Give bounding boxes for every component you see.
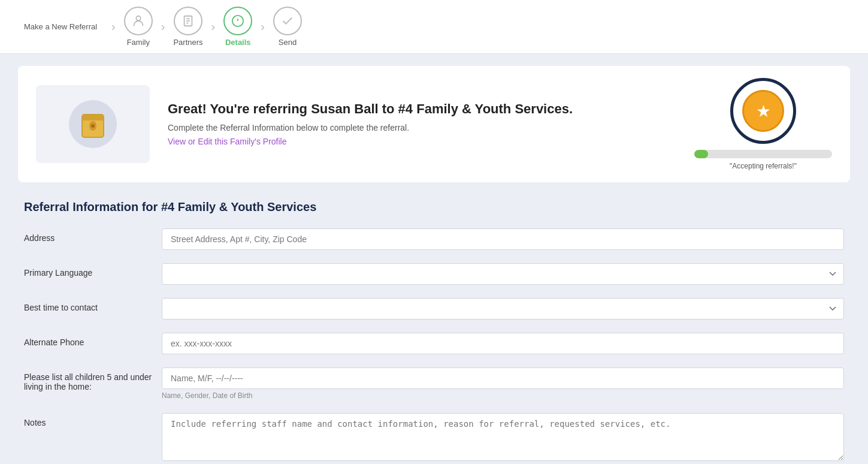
org-logo-inner (69, 100, 117, 148)
step-send[interactable]: Send (273, 7, 302, 47)
badge-area: ★ "Accepting referrals!" (694, 78, 832, 170)
children-input[interactable] (162, 367, 844, 389)
card-title: Great! You're referring Susan Ball to #4… (168, 101, 676, 117)
badge-circle: ★ (730, 78, 796, 144)
language-field: English Spanish Other (162, 263, 844, 285)
step-family-icon (124, 7, 153, 35)
form-section-title: Referral Information for #4 Family & You… (24, 200, 844, 214)
language-select[interactable]: English Spanish Other (162, 263, 844, 285)
step-partners-icon (174, 7, 202, 35)
form-section: Referral Information for #4 Family & You… (18, 200, 850, 464)
arrow-3: › (211, 20, 216, 34)
step-partners[interactable]: Partners (173, 7, 202, 47)
progress-bar-fill (694, 150, 708, 158)
svg-rect-9 (82, 115, 104, 120)
step-details[interactable]: Details (223, 7, 252, 47)
progress-label: "Accepting referrals!" (730, 162, 797, 170)
step-family[interactable]: Family (124, 7, 153, 47)
notes-textarea[interactable] (162, 413, 844, 461)
step-send-label: Send (279, 38, 297, 47)
step-family-label: Family (127, 38, 150, 47)
best-time-label: Best time to contact (24, 298, 162, 312)
address-label: Address (24, 228, 162, 243)
badge-star-icon: ★ (756, 101, 771, 121)
make-new-referral-label: Make a New Referral (24, 22, 97, 31)
step-partners-label: Partners (173, 38, 202, 47)
form-row-address: Address (24, 228, 844, 250)
step-details-label: Details (225, 38, 251, 47)
top-card: Great! You're referring Susan Ball to #4… (18, 66, 850, 182)
step-send-icon (273, 7, 302, 35)
form-row-language: Primary Language English Spanish Other (24, 263, 844, 285)
children-hint: Name, Gender, Date of Birth (162, 391, 844, 400)
children-field: Name, Gender, Date of Birth (162, 367, 844, 400)
main-content: Great! You're referring Susan Ball to #4… (0, 54, 868, 464)
profile-link[interactable]: View or Edit this Family's Profile (168, 137, 286, 146)
badge-inner: ★ (742, 90, 784, 132)
svg-point-11 (91, 124, 95, 128)
arrow-2: › (161, 20, 165, 34)
address-field (162, 228, 844, 250)
arrow-4: › (261, 20, 265, 34)
phone-label: Alternate Phone (24, 333, 162, 347)
svg-point-0 (136, 16, 140, 20)
card-subtitle: Complete the Referral Information below … (168, 123, 676, 132)
form-row-phone: Alternate Phone (24, 333, 844, 354)
form-row-notes: Notes (24, 413, 844, 463)
progress-bar-container (694, 150, 832, 158)
address-input[interactable] (162, 228, 844, 250)
arrow-1: › (111, 20, 116, 34)
phone-input[interactable] (162, 333, 844, 354)
children-label: Please list all children 5 and under liv… (24, 367, 162, 391)
card-text: Great! You're referring Susan Ball to #4… (168, 101, 676, 147)
form-row-children: Please list all children 5 and under liv… (24, 367, 844, 400)
org-logo-box (36, 85, 150, 163)
step-details-icon (223, 7, 252, 35)
stepper-bar: Make a New Referral › Family › Partners … (0, 0, 868, 54)
phone-field (162, 333, 844, 354)
best-time-select[interactable]: Morning Afternoon Evening (162, 298, 844, 320)
language-label: Primary Language (24, 263, 162, 278)
best-time-field: Morning Afternoon Evening (162, 298, 844, 320)
notes-label: Notes (24, 413, 162, 427)
notes-field (162, 413, 844, 463)
form-row-best-time: Best time to contact Morning Afternoon E… (24, 298, 844, 320)
